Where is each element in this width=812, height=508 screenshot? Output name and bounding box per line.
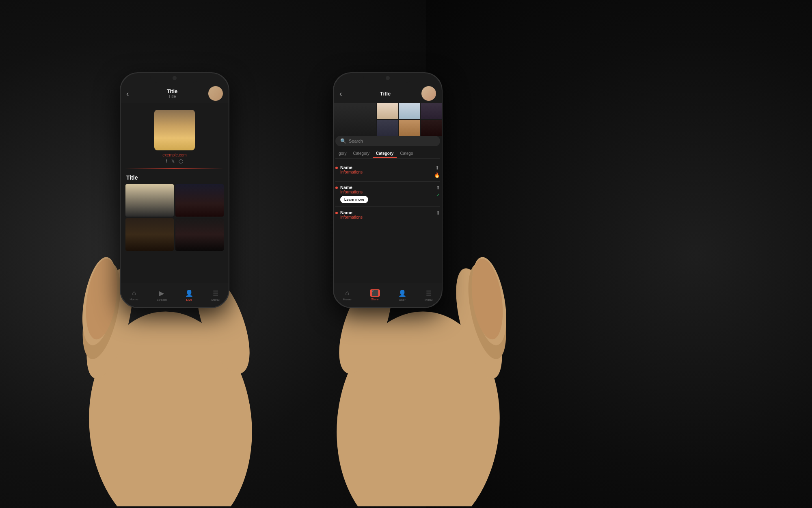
strip-photo-2 <box>377 103 398 119</box>
item-text-1: Name Informations <box>340 165 363 174</box>
phone-1-bottom-nav: ⌂ Home ▶ Stream 👤 Live ☰ Menu <box>121 283 229 307</box>
store-label-2: Store <box>371 297 379 301</box>
user-icon-2: 👤 <box>398 289 406 297</box>
item-info-3: Informations <box>340 215 363 219</box>
item-name-2: Name <box>340 185 368 190</box>
phone-1: ‹ Title Title exemple.com f 𝕏 ◯ <box>120 72 229 308</box>
share-icon-3[interactable]: ⬆ <box>436 210 440 216</box>
nav-home-2[interactable]: ⌂ Home <box>343 289 351 301</box>
learn-more-button[interactable]: Learn more <box>340 196 368 203</box>
list-item-2: Name Informations Learn more ⬆ ✓ <box>335 182 440 207</box>
list-item-3-left: Name Informations <box>335 210 363 219</box>
menu-icon-2: ☰ <box>426 289 432 297</box>
stream-label-1: Stream <box>156 298 167 302</box>
home-label-1: Home <box>130 297 138 301</box>
list-item-1-left: Name Informations <box>335 165 363 174</box>
header-title-2: Title <box>380 91 391 97</box>
share-icon-1[interactable]: ⬆ <box>435 165 439 171</box>
phone-1-screen: ‹ Title Title exemple.com f 𝕏 ◯ <box>121 73 229 307</box>
cat-tab-2[interactable]: Category <box>373 150 397 158</box>
nav-menu-1[interactable]: ☰ Menu <box>212 289 220 302</box>
instagram-icon[interactable]: ◯ <box>179 159 183 163</box>
back-button-2[interactable]: ‹ <box>339 89 349 98</box>
live-icon-1: 👤 <box>185 289 193 297</box>
header-title-1: Title <box>167 88 178 94</box>
grid-item-3 <box>125 218 174 251</box>
profile-image <box>154 110 195 150</box>
nav-menu-2[interactable]: ☰ Menu <box>425 289 433 302</box>
nav-stream-1[interactable]: ▶ Stream <box>156 289 167 302</box>
dot-3 <box>335 212 338 214</box>
home-icon-2: ⌂ <box>345 289 349 297</box>
search-bar[interactable]: 🔍 Search <box>335 136 440 146</box>
strip-photo-1 <box>334 103 376 136</box>
store-icon-2: ⬛ <box>370 289 380 297</box>
header-subtitle-1: Title <box>167 94 178 99</box>
strip-photo-4 <box>421 103 442 119</box>
menu-label-1: Menu <box>212 298 220 302</box>
strip-photo-5 <box>377 120 398 136</box>
check-icon-2: ✓ <box>436 192 440 198</box>
item-text-2: Name Informations Learn more <box>340 185 368 203</box>
list-item-1: Name Informations ⬆ 🔥 <box>335 162 440 182</box>
menu-label-2: Menu <box>425 298 433 302</box>
item-actions-2: ⬆ ✓ <box>436 185 440 198</box>
twitter-icon[interactable]: 𝕏 <box>171 159 175 163</box>
dot-1 <box>335 167 338 169</box>
nav-live-1[interactable]: 👤 Live <box>185 289 193 302</box>
category-tabs: gory Category Category Catego <box>335 150 440 158</box>
phone-2-notch <box>363 73 412 83</box>
photo-grid <box>125 184 224 251</box>
phone-1-notch <box>150 73 199 83</box>
header-avatar-2[interactable] <box>421 86 436 101</box>
phone-1-content: exemple.com f 𝕏 ◯ Title <box>121 103 229 295</box>
item-name-3: Name <box>340 210 363 215</box>
header-avatar-1[interactable] <box>208 86 223 101</box>
header-center-1: Title Title <box>167 88 178 99</box>
facebook-icon[interactable]: f <box>166 159 167 163</box>
menu-icon-1: ☰ <box>213 289 218 297</box>
home-icon-1: ⌂ <box>132 289 136 297</box>
share-icon-2[interactable]: ⬆ <box>436 185 440 191</box>
phone-2-camera <box>386 76 390 80</box>
header-center-2: Title <box>380 91 391 97</box>
item-info-2: Informations <box>340 190 368 194</box>
phone-1-camera <box>173 76 177 80</box>
strip-photo-3 <box>399 103 420 119</box>
cat-tab-0[interactable]: gory <box>335 150 350 158</box>
back-button-1[interactable]: ‹ <box>126 89 136 98</box>
social-icons: f 𝕏 ◯ <box>166 159 183 163</box>
strip-photo-7 <box>421 120 442 136</box>
phone-2: ‹ Title 🔍 Search gory Category Category <box>333 72 443 308</box>
grid-item-2 <box>175 184 224 217</box>
nav-home-1[interactable]: ⌂ Home <box>130 289 138 301</box>
strip-photo-6 <box>399 120 420 136</box>
cat-tab-3[interactable]: Catego <box>397 150 416 158</box>
item-actions-1: ⬆ 🔥 <box>434 165 440 178</box>
search-text: Search <box>349 139 363 143</box>
item-actions-3: ⬆ <box>436 210 440 216</box>
phone-2-bottom-nav: ⌂ Home ⬛ Store 👤 User ☰ Menu <box>334 283 442 307</box>
home-label-2: Home <box>343 297 351 301</box>
dot-2 <box>335 187 338 189</box>
stream-icon-1: ▶ <box>159 289 164 297</box>
list-items: Name Informations ⬆ 🔥 Name Informations <box>334 162 442 223</box>
cat-tab-1[interactable]: Category <box>350 150 373 158</box>
item-text-3: Name Informations <box>340 210 363 219</box>
user-label-2: User <box>399 298 406 302</box>
grid-item-4 <box>175 218 224 251</box>
profile-divider <box>125 168 224 169</box>
profile-link[interactable]: exemple.com <box>162 153 186 157</box>
section-title: Title <box>125 174 224 181</box>
search-icon: 🔍 <box>340 138 346 144</box>
phone-2-screen: ‹ Title 🔍 Search gory Category Category <box>334 73 442 307</box>
nav-store-2[interactable]: ⬛ Store <box>370 289 380 301</box>
photo-strip <box>334 103 442 136</box>
live-label-1: Live <box>186 298 192 302</box>
list-item-3: Name Informations ⬆ <box>335 207 440 223</box>
fire-icon-1: 🔥 <box>434 172 440 178</box>
profile-section: exemple.com f 𝕏 ◯ <box>125 106 224 174</box>
item-info-1: Informations <box>340 170 363 174</box>
nav-user-2[interactable]: 👤 User <box>398 289 406 302</box>
item-name-1: Name <box>340 165 363 170</box>
